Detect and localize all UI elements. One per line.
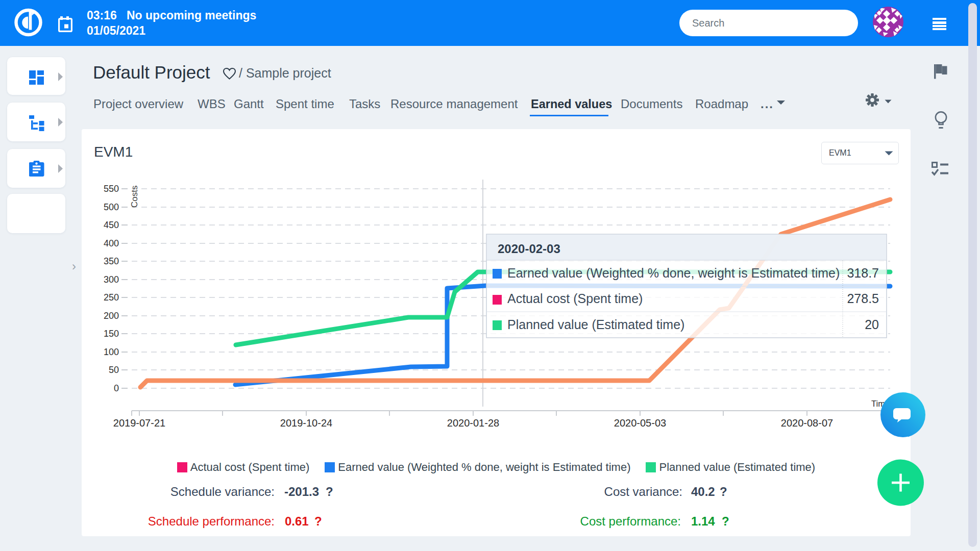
svg-text:2020-01-28: 2020-01-28 xyxy=(447,417,499,429)
svg-text:Planned value (Estimated time): Planned value (Estimated time) xyxy=(507,317,684,332)
svg-text:200: 200 xyxy=(104,311,119,321)
svg-text:318.7: 318.7 xyxy=(847,266,879,280)
svg-text:450: 450 xyxy=(104,220,119,230)
svg-text:Actual cost (Spent time): Actual cost (Spent time) xyxy=(507,291,643,306)
svg-text:2020-08-07: 2020-08-07 xyxy=(781,417,833,429)
svg-text:2019-07-21: 2019-07-21 xyxy=(113,417,165,429)
svg-text:278.5: 278.5 xyxy=(847,291,879,306)
svg-text:250: 250 xyxy=(104,292,119,303)
svg-text:2020-05-03: 2020-05-03 xyxy=(614,417,666,429)
svg-text:400: 400 xyxy=(104,238,119,248)
svg-text:50: 50 xyxy=(109,365,119,375)
svg-text:150: 150 xyxy=(104,329,119,339)
svg-text:500: 500 xyxy=(104,202,119,212)
svg-text:2020-02-03: 2020-02-03 xyxy=(498,242,560,256)
svg-text:Costs: Costs xyxy=(130,186,139,208)
svg-text:300: 300 xyxy=(104,274,119,285)
svg-text:350: 350 xyxy=(104,256,119,266)
svg-text:0: 0 xyxy=(114,383,119,393)
svg-text:Earned value (Weighted % done,: Earned value (Weighted % done, weight is… xyxy=(507,266,840,280)
svg-text:20: 20 xyxy=(865,317,879,332)
svg-text:550: 550 xyxy=(104,184,119,194)
svg-text:2019-10-24: 2019-10-24 xyxy=(280,417,332,429)
svg-text:100: 100 xyxy=(104,347,119,357)
